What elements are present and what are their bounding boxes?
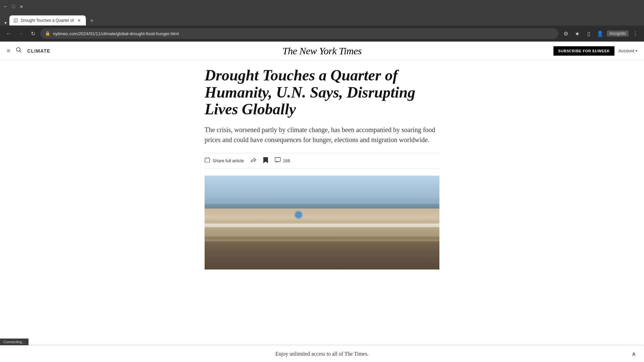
bottom-bar-close-button[interactable]: ∧	[632, 350, 636, 358]
drought-photo	[205, 176, 439, 269]
account-label: Account	[619, 48, 634, 53]
save-button[interactable]	[263, 157, 268, 165]
header-left: ≡ CLIMATE	[7, 47, 50, 55]
extensions-button[interactable]: ⚙	[561, 29, 571, 38]
share-article-button[interactable]: Share full article	[205, 157, 244, 165]
comments-count: 168	[283, 158, 290, 163]
site-header: ≡ CLIMATE The New York Times SUBSCRIBE F…	[0, 42, 644, 60]
new-tab-button[interactable]: +	[87, 16, 97, 25]
status-text: Connecting...	[3, 340, 25, 344]
account-button[interactable]: Account ▾	[619, 48, 637, 53]
tab-bar: ▾ 📰 Drought Touches a Quarter of ✕ +	[0, 13, 644, 25]
window-controls: ─ □ ✕	[3, 4, 24, 9]
refresh-button[interactable]: ↻	[28, 29, 38, 38]
subscribe-button[interactable]: SUBSCRIBE FOR $1/WEEK	[553, 46, 614, 56]
tab-title: Drought Touches a Quarter of	[21, 18, 74, 23]
search-button[interactable]	[16, 47, 22, 55]
browser-titlebar: ─ □ ✕	[0, 0, 644, 13]
cursor-indicator	[295, 212, 302, 218]
url-text: nytimes.com/2024/01/11/climate/global-dr…	[53, 31, 554, 36]
minimize-button[interactable]: ─	[3, 4, 8, 9]
url-bar[interactable]: 🔒 nytimes.com/2024/01/11/climate/global-…	[40, 28, 558, 39]
active-tab[interactable]: 📰 Drought Touches a Quarter of ✕	[9, 15, 86, 25]
menu-button[interactable]: ⋮	[631, 29, 640, 38]
share-label: Share full article	[213, 158, 244, 163]
tab-close-button[interactable]: ✕	[76, 18, 82, 23]
maximize-button[interactable]: □	[11, 4, 16, 9]
page-content: Drought Touches a Quarter of Humanity, U…	[0, 60, 644, 357]
forward-icon	[251, 157, 257, 165]
back-button[interactable]: ←	[4, 29, 13, 38]
article-subtitle: The crisis, worsened partly by climate c…	[205, 125, 439, 145]
tab-favicon: 📰	[13, 18, 18, 23]
bookmark-icon	[263, 157, 268, 165]
bottom-bar-message: Enjoy unlimited access to all of The Tim…	[275, 351, 369, 357]
bottom-bar: Enjoy unlimited access to all of The Tim…	[0, 345, 644, 362]
article-actions: Share full article	[205, 153, 439, 169]
close-button[interactable]: ✕	[19, 4, 24, 9]
comments-button[interactable]: 168	[275, 157, 290, 165]
incognito-badge: Incognito	[607, 31, 629, 37]
tab-strip-dropdown[interactable]: ▾	[3, 20, 8, 25]
article-title: Drought Touches a Quarter of Humanity, U…	[205, 67, 439, 118]
bookmark-star-button[interactable]: ★	[573, 29, 582, 38]
comment-icon	[275, 157, 281, 165]
browser-chrome: ─ □ ✕ ▾ 📰 Drought Touches a Quarter of ✕…	[0, 0, 644, 42]
hamburger-menu-button[interactable]: ≡	[7, 47, 10, 55]
site-logo[interactable]: The New York Times	[282, 45, 362, 57]
header-right: SUBSCRIBE FOR $1/WEEK Account ▾	[553, 46, 637, 56]
forward-share-button[interactable]	[251, 157, 257, 165]
svg-line-1	[20, 51, 21, 53]
address-bar: ← → ↻ 🔒 nytimes.com/2024/01/11/climate/g…	[0, 25, 644, 42]
status-bar: Connecting...	[0, 339, 29, 345]
share-icon	[205, 157, 211, 165]
profile-button[interactable]: 👤	[595, 29, 605, 38]
svg-rect-2	[205, 158, 210, 162]
article-image	[205, 176, 439, 269]
security-icon: 🔒	[45, 31, 50, 36]
article-container: Drought Touches a Quarter of Humanity, U…	[198, 60, 446, 269]
svg-rect-3	[275, 158, 280, 162]
split-view-button[interactable]: ▯	[584, 29, 593, 38]
chevron-down-icon: ▾	[636, 49, 637, 53]
browser-actions: ⚙ ★ ▯ 👤 Incognito ⋮	[561, 29, 640, 38]
forward-button[interactable]: →	[16, 29, 25, 38]
section-label[interactable]: CLIMATE	[27, 48, 50, 54]
